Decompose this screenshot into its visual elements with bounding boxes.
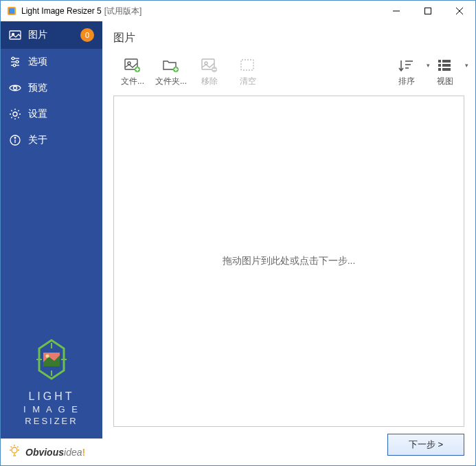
tool-label: 文件夹... [155, 76, 187, 87]
svg-rect-50 [438, 68, 441, 71]
toolbar: 文件... 文件夹... 移除 清空 排序 [113, 52, 464, 94]
svg-line-27 [11, 447, 12, 448]
view-list-icon [436, 58, 454, 73]
image-drop-area[interactable]: 拖动图片到此处或点击下一步... [113, 96, 464, 427]
tool-label: 清空 [240, 76, 256, 87]
main-panel: 图片 文件... 文件夹... 移除 清空 [102, 21, 475, 465]
tool-label: 移除 [201, 76, 218, 87]
svg-rect-46 [438, 60, 441, 63]
next-button[interactable]: 下一步 > [387, 434, 464, 456]
view-button[interactable]: 视图 ▾ [426, 56, 464, 89]
sidebar-item-preview[interactable]: 预览 [1, 75, 102, 101]
sort-button[interactable]: 排序 ▾ [387, 56, 426, 89]
svg-rect-47 [442, 60, 451, 63]
eye-icon [9, 82, 21, 94]
drop-hint-text: 拖动图片到此处或点击下一步... [223, 255, 356, 267]
chevron-down-icon: ▾ [465, 62, 468, 69]
product-logo-area: LIGHT I M A G E RESIZER [1, 328, 102, 439]
add-files-button[interactable]: 文件... [113, 56, 152, 89]
sidebar-item-label: 设置 [28, 108, 47, 120]
clear-button[interactable]: 清空 [229, 56, 267, 89]
app-title: Light Image Resizer 5 [21, 6, 102, 16]
sidebar-item-label: 图片 [28, 29, 47, 41]
sidebar-item-label: 预览 [28, 82, 47, 94]
clear-icon [239, 58, 257, 73]
titlebar: Light Image Resizer 5 [试用版本] [1, 1, 475, 21]
svg-point-20 [46, 355, 49, 358]
svg-point-21 [12, 447, 17, 453]
tool-label: 文件... [121, 76, 144, 87]
lightbulb-icon [8, 444, 21, 460]
maximize-button[interactable] [412, 1, 444, 21]
svg-rect-3 [425, 8, 431, 14]
sidebar: 图片 0 选项 预览 设置 关于 [1, 21, 102, 465]
product-name-text: LIGHT I M A G E RESIZER [12, 390, 91, 428]
info-icon [9, 134, 21, 146]
svg-line-28 [17, 447, 19, 448]
svg-rect-49 [442, 64, 451, 67]
remove-button[interactable]: 移除 [190, 56, 229, 89]
svg-rect-51 [442, 68, 451, 71]
file-remove-icon [201, 58, 218, 73]
image-icon [9, 29, 21, 41]
tool-label: 视图 [437, 76, 453, 87]
tool-label: 排序 [398, 76, 415, 87]
sidebar-item-about[interactable]: 关于 [1, 127, 102, 153]
folder-add-icon [162, 58, 180, 73]
svg-point-13 [13, 64, 16, 67]
image-count-badge: 0 [80, 28, 94, 42]
svg-point-14 [14, 87, 17, 90]
svg-point-11 [16, 60, 19, 63]
add-folder-button[interactable]: 文件夹... [152, 56, 190, 89]
close-button[interactable] [444, 1, 475, 21]
sort-icon [398, 58, 416, 73]
app-edition: [试用版本] [104, 5, 142, 17]
sliders-icon [9, 56, 21, 68]
svg-point-18 [14, 137, 16, 139]
svg-rect-1 [9, 8, 14, 14]
sidebar-item-settings[interactable]: 设置 [1, 101, 102, 127]
svg-point-9 [12, 57, 14, 60]
svg-rect-41 [241, 60, 253, 70]
gear-icon [9, 108, 21, 120]
app-icon [6, 5, 17, 16]
file-add-icon [124, 58, 141, 73]
sidebar-item-images[interactable]: 图片 0 [1, 21, 102, 49]
main-heading: 图片 [113, 31, 464, 45]
svg-point-15 [13, 112, 17, 116]
svg-rect-48 [438, 64, 441, 67]
product-logo-icon [31, 339, 72, 380]
sidebar-item-label: 关于 [28, 134, 47, 146]
sidebar-item-label: 选项 [28, 56, 47, 68]
minimize-button[interactable] [381, 1, 412, 21]
company-brand[interactable]: Obviousidea! [1, 439, 102, 465]
sidebar-item-options[interactable]: 选项 [1, 49, 102, 75]
